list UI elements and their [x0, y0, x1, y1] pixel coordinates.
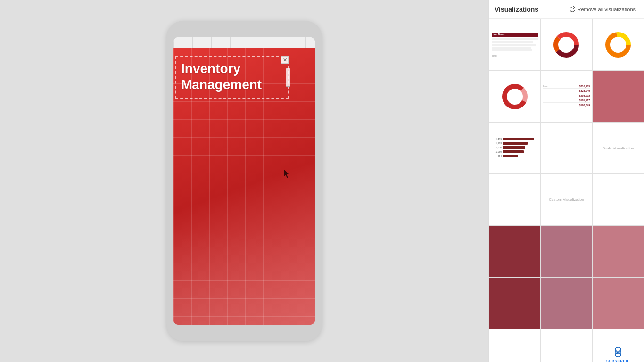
svg-point-6	[611, 38, 625, 52]
bar-row-3: 1,075	[492, 146, 537, 149]
title-text-box[interactable]: ✕ Inventory Management	[175, 56, 289, 99]
viz-cell-donut-multicolor[interactable]	[541, 19, 593, 71]
number-row-1: Item $316,065	[543, 85, 590, 89]
custom-viz-label: Custom Visualization	[547, 196, 586, 204]
viz-cell-solid-mauve[interactable]	[541, 226, 593, 278]
viz-cell-solid-darkred[interactable]	[489, 226, 541, 278]
viz-cell-subscribe[interactable]: SUBSCRIBE	[592, 329, 644, 362]
inventory-title: Inventory Management	[181, 61, 283, 92]
viz-cell-bar-chart[interactable]: 1,489 1,163 1,075 1,060 954	[489, 122, 541, 174]
viz-cell-scale-label[interactable]: Scale Visualization	[592, 122, 644, 174]
refresh-icon	[569, 6, 576, 13]
phone-screen: ✕ Inventory Management	[173, 37, 315, 325]
viz-cell-donut-red[interactable]	[489, 71, 541, 123]
bar-row-4: 1,060	[492, 150, 537, 153]
viz-cell-donut-yellow[interactable]	[592, 19, 644, 71]
viz-cell-number-list[interactable]: Item $316,065 $323,149 $298,192 $181,517	[541, 71, 593, 123]
warehouse-silhouette	[173, 230, 315, 325]
resize-handle[interactable]	[286, 68, 290, 87]
viz-cell-solid-red[interactable]	[592, 71, 644, 123]
number-row-2: $323,149	[543, 90, 590, 93]
bar-row-1: 1,489	[492, 138, 537, 140]
number-row-3: $298,192	[543, 94, 590, 98]
number-row-5: $168,249	[543, 104, 590, 107]
viz-cell-solid-rose2[interactable]	[592, 277, 644, 329]
donut-yellow-chart	[602, 28, 635, 61]
viz-cell-solid-mauve2[interactable]	[541, 277, 593, 329]
viz-cell-empty-5[interactable]	[541, 329, 593, 362]
bar-row-2: 1,163	[492, 142, 537, 145]
canvas-area: ✕ Inventory Management	[0, 0, 488, 362]
viz-cell-solid-dark2[interactable]	[489, 277, 541, 329]
viz-grid: Item Name Total	[489, 19, 644, 362]
viz-cell-table[interactable]: Item Name Total	[489, 19, 541, 71]
viz-cell-empty-3[interactable]	[592, 174, 644, 226]
phone-content: ✕ Inventory Management	[173, 48, 315, 325]
scale-viz-label: Scale Visualization	[601, 144, 636, 152]
donut-multicolor-chart	[550, 28, 583, 61]
viz-cell-empty-2[interactable]	[489, 174, 541, 226]
subscribe-icon	[611, 347, 625, 357]
viz-cell-solid-rose[interactable]	[592, 226, 644, 278]
number-list-chart: Item $316,065 $323,149 $298,192 $181,517	[541, 83, 592, 110]
subscribe-text: SUBSCRIBE	[606, 359, 630, 362]
phone-header	[173, 37, 315, 48]
panel-title: Visualizations	[495, 6, 538, 13]
phone-frame: ✕ Inventory Management	[166, 21, 322, 341]
viz-cell-empty-1[interactable]	[541, 122, 593, 174]
svg-point-3	[559, 38, 573, 52]
svg-point-9	[508, 90, 522, 104]
header-strip	[173, 37, 315, 48]
bar-chart-visual: 1,489 1,163 1,075 1,060 954	[489, 135, 540, 162]
viz-cell-custom-label[interactable]: Custom Visualization	[541, 174, 593, 226]
title-box-close-button[interactable]: ✕	[281, 56, 289, 64]
viz-cell-empty-4[interactable]	[489, 329, 541, 362]
donut-red-chart	[498, 80, 531, 113]
svg-point-11	[615, 353, 621, 357]
remove-all-button[interactable]: Remove all visualizations	[566, 5, 639, 14]
bar-row-5: 954	[492, 155, 537, 157]
number-row-4: $181,517	[543, 99, 590, 103]
svg-point-10	[615, 347, 621, 351]
panel-header: Visualizations Remove all visualizations	[489, 0, 644, 19]
right-panel: Visualizations Remove all visualizations…	[488, 0, 644, 362]
empty-label-2	[513, 198, 517, 202]
